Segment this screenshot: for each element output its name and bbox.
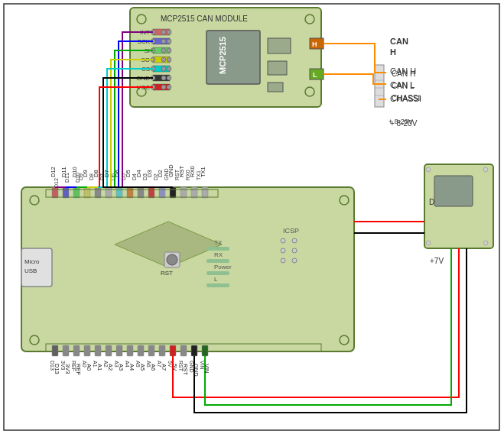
svg-text:D13: D13 [54, 364, 60, 374]
svg-rect-150 [434, 176, 473, 206]
svg-rect-140 [170, 345, 176, 356]
svg-text:D4: D4 [135, 170, 142, 177]
svg-text:GND: GND [193, 364, 200, 377]
svg-text:A4: A4 [128, 364, 135, 371]
svg-rect-126 [95, 345, 101, 356]
svg-text:A2: A2 [107, 364, 114, 371]
svg-point-82 [281, 248, 285, 253]
svg-text:D8: D8 [93, 170, 99, 177]
svg-text:A1: A1 [96, 364, 103, 371]
svg-rect-142 [180, 345, 187, 356]
svg-text:VIN: VIN [203, 364, 210, 374]
svg-rect-112 [191, 187, 197, 198]
svg-text:D9: D9 [82, 170, 89, 177]
svg-point-34 [167, 66, 171, 71]
svg-text:RX: RX [214, 251, 223, 258]
svg-point-28 [161, 57, 166, 62]
svg-text:Power: Power [214, 264, 232, 270]
svg-rect-110 [180, 187, 187, 198]
svg-rect-136 [148, 345, 154, 356]
svg-rect-74 [206, 259, 229, 263]
svg-text:D12: D12 [50, 167, 57, 177]
svg-point-84 [281, 258, 285, 263]
svg-point-85 [292, 258, 297, 263]
svg-text:RST: RST [182, 364, 189, 375]
svg-text:CAN H: CAN H [392, 70, 415, 78]
svg-text:+7V: +7V [430, 257, 444, 265]
svg-rect-144 [191, 345, 197, 356]
svg-rect-124 [84, 345, 90, 356]
svg-rect-54 [375, 65, 384, 107]
svg-rect-6 [206, 31, 260, 84]
svg-rect-9 [268, 83, 283, 92]
svg-text:L: L [313, 71, 317, 79]
svg-rect-138 [159, 345, 165, 356]
svg-rect-100 [127, 187, 133, 198]
svg-text:RX0: RX0 [189, 166, 196, 177]
svg-rect-104 [148, 187, 154, 198]
svg-point-38 [161, 76, 166, 80]
svg-point-154 [483, 241, 488, 245]
svg-rect-98 [116, 187, 122, 198]
svg-point-69 [167, 254, 177, 265]
svg-rect-132 [127, 345, 133, 356]
svg-rect-94 [95, 187, 101, 198]
svg-point-80 [281, 238, 285, 243]
svg-rect-8 [268, 61, 287, 75]
svg-point-24 [167, 48, 171, 53]
svg-rect-86 [52, 187, 58, 198]
wiring-diagram: MCP2515 CAN MODULE MCP2515 INT [0, 0, 504, 434]
svg-text:+ 8-20V: + 8-20V [389, 118, 413, 125]
svg-text:5V: 5V [171, 364, 178, 371]
svg-point-23 [161, 48, 166, 53]
chip-label: MCP2515 [218, 37, 227, 74]
svg-text:3V3: 3V3 [64, 364, 71, 374]
svg-rect-146 [202, 345, 208, 356]
svg-point-18 [161, 39, 166, 44]
arduino-board: Micro USB RST TX RX Power L ICSP [21, 168, 354, 372]
svg-rect-88 [63, 187, 69, 198]
svg-rect-118 [52, 345, 58, 356]
svg-rect-106 [159, 187, 165, 198]
svg-text:GND: GND [167, 164, 174, 177]
svg-rect-78 [206, 283, 229, 287]
svg-text:REF: REF [75, 364, 82, 375]
svg-text:CAN L: CAN L [392, 82, 415, 90]
svg-text:D5: D5 [125, 170, 132, 177]
svg-text:USB: USB [24, 267, 37, 274]
svg-rect-102 [138, 187, 144, 198]
svg-point-19 [167, 39, 171, 44]
svg-text:CHASSI: CHASSI [392, 94, 420, 102]
svg-point-153 [426, 241, 431, 245]
svg-text:D3: D3 [146, 170, 153, 177]
svg-point-43 [161, 85, 166, 89]
mcp-title: MCP2515 CAN MODULE [161, 15, 248, 23]
svg-text:A7: A7 [161, 364, 167, 371]
svg-text:A5: A5 [139, 364, 146, 371]
svg-text:D6: D6 [114, 170, 121, 177]
svg-point-151 [426, 167, 431, 172]
svg-rect-72 [206, 247, 229, 251]
svg-point-81 [292, 238, 297, 243]
svg-rect-108 [170, 187, 176, 198]
svg-rect-122 [73, 345, 80, 356]
svg-rect-130 [116, 345, 122, 356]
svg-text:D7: D7 [103, 170, 110, 177]
svg-rect-114 [202, 187, 208, 198]
svg-point-29 [167, 57, 171, 62]
svg-text:D11: D11 [60, 167, 67, 177]
svg-rect-7 [268, 38, 291, 53]
svg-rect-96 [106, 187, 112, 198]
svg-text:A3: A3 [118, 364, 125, 371]
svg-text:TX: TX [214, 239, 223, 246]
svg-point-14 [167, 30, 171, 34]
svg-point-39 [167, 76, 171, 80]
svg-text:RST: RST [161, 270, 173, 277]
svg-text:TX1: TX1 [200, 167, 206, 177]
svg-text:D2: D2 [157, 170, 164, 177]
can-label: CAN [390, 37, 408, 46]
svg-rect-92 [84, 187, 90, 198]
svg-rect-120 [63, 345, 69, 356]
svg-rect-59 [21, 187, 354, 351]
svg-rect-134 [138, 345, 144, 356]
